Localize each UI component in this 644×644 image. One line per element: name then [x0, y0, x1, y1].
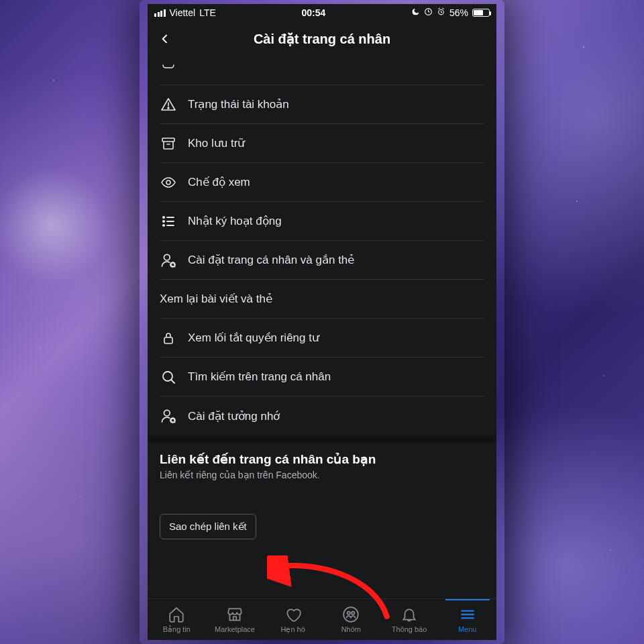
list-item-memorial[interactable]: Cài đặt tưởng nhớ — [160, 396, 484, 435]
list-item-activity-log[interactable]: Nhật ký hoạt động — [160, 202, 484, 241]
list-item-account-status[interactable]: Trạng thái tài khoản — [160, 85, 484, 124]
tab-label: Hẹn hò — [281, 625, 305, 634]
battery-percent: 56% — [449, 7, 468, 18]
list-item-label: Cài đặt tưởng nhớ — [188, 398, 280, 434]
battery-icon — [472, 9, 490, 17]
archive-box-icon — [160, 135, 177, 152]
alarm-icon — [437, 7, 445, 18]
moon-icon — [411, 7, 420, 18]
menu-icon — [459, 606, 476, 623]
svg-line-17 — [171, 380, 174, 383]
list-item-label: Trạng thái tài khoản — [188, 87, 289, 122]
svg-point-8 — [163, 220, 164, 221]
carrier-label: Viettel — [170, 7, 196, 18]
svg-rect-15 — [164, 337, 172, 343]
list-item-label: Kho lưu trữ — [188, 125, 245, 161]
list-item-archive[interactable]: Kho lưu trữ — [160, 124, 484, 163]
tab-label: Menu — [458, 625, 477, 633]
list-item-label: Xem lối tắt quyền riêng tư — [188, 320, 319, 356]
list-item-label: Cài đặt trang cá nhân và gắn thẻ — [188, 242, 354, 278]
eye-icon — [160, 174, 177, 191]
svg-point-9 — [163, 224, 164, 225]
heart-icon — [284, 606, 302, 623]
tab-label: Marketplace — [215, 625, 255, 633]
link-section-body: Sao chép liên kết — [160, 487, 484, 551]
tab-label: Bảng tin — [163, 625, 191, 634]
svg-point-7 — [163, 216, 164, 217]
page-header: Cài đặt trang cá nhân — [148, 21, 496, 56]
bell-icon — [400, 606, 418, 623]
person-gear-icon — [160, 252, 177, 269]
tab-menu[interactable]: Menu — [438, 599, 496, 640]
lock-orientation-icon — [424, 7, 433, 18]
list-item-view-mode[interactable]: Chế độ xem — [160, 163, 484, 202]
svg-point-20 — [344, 607, 359, 622]
svg-point-6 — [166, 180, 170, 184]
list-item-search-profile[interactable]: Tìm kiếm trên trang cá nhân — [160, 358, 484, 396]
link-section-subtitle: Liên kết riêng của bạn trên Facebook. — [160, 470, 484, 480]
list-item-label: Tìm kiếm trên trang cá nhân — [188, 359, 331, 394]
list-item-label: Xem lại bài viết và thẻ — [160, 281, 272, 317]
status-time: 00:54 — [301, 7, 325, 18]
group-icon — [342, 606, 360, 623]
phone-screen: Viettel LTE 00:54 56% Cài đặt trang cá n… — [148, 4, 496, 640]
alert-triangle-icon — [160, 96, 177, 113]
link-section-header: Liên kết đến trang cá nhân của bạn Liên … — [160, 442, 484, 487]
battery-fill — [474, 10, 483, 15]
tab-notifications[interactable]: Thông báo — [380, 599, 439, 640]
tab-marketplace[interactable]: Marketplace — [206, 599, 264, 640]
tab-label: Thông báo — [392, 625, 427, 633]
svg-point-22 — [352, 612, 354, 614]
signal-bars-icon — [154, 9, 166, 17]
list-item-profile-tagging[interactable]: Cài đặt trang cá nhân và gắn thẻ — [160, 241, 484, 280]
store-icon — [226, 606, 244, 623]
list-icon — [160, 213, 177, 230]
settings-list[interactable]: Trạng thái tài khoản Kho lưu trữ Chế độ … — [148, 56, 496, 598]
section-divider — [148, 435, 496, 442]
tab-feed[interactable]: Bảng tin — [148, 599, 206, 640]
list-item-privacy-shortcut[interactable]: Xem lối tắt quyền riêng tư — [160, 319, 484, 358]
list-item-label: Nhật ký hoạt động — [188, 203, 282, 239]
svg-point-3 — [168, 107, 169, 109]
search-icon — [160, 368, 177, 386]
tab-label: Nhóm — [341, 625, 361, 633]
bottom-tab-bar: Bảng tin Marketplace Hẹn hò Nhóm Thông b… — [148, 598, 496, 640]
status-bar: Viettel LTE 00:54 56% — [148, 4, 496, 21]
network-label: LTE — [199, 7, 216, 18]
tab-dating[interactable]: Hẹn hò — [264, 599, 322, 640]
link-section-title: Liên kết đến trang cá nhân của bạn — [160, 451, 484, 467]
list-item-review-posts[interactable]: Xem lại bài viết và thẻ — [160, 280, 484, 319]
list-item-partial[interactable] — [160, 56, 484, 85]
home-icon — [168, 606, 185, 623]
tab-groups[interactable]: Nhóm — [322, 599, 380, 640]
blank-icon-bottom — [160, 60, 177, 78]
lock-icon — [160, 329, 177, 347]
copy-link-button[interactable]: Sao chép liên kết — [160, 514, 256, 539]
page-title: Cài đặt trang cá nhân — [153, 31, 491, 47]
svg-rect-4 — [162, 138, 174, 142]
svg-point-18 — [164, 410, 170, 416]
list-item-label: Chế độ xem — [188, 164, 250, 200]
person-gear-icon — [160, 407, 177, 425]
svg-point-13 — [164, 254, 170, 260]
svg-point-21 — [347, 612, 350, 614]
